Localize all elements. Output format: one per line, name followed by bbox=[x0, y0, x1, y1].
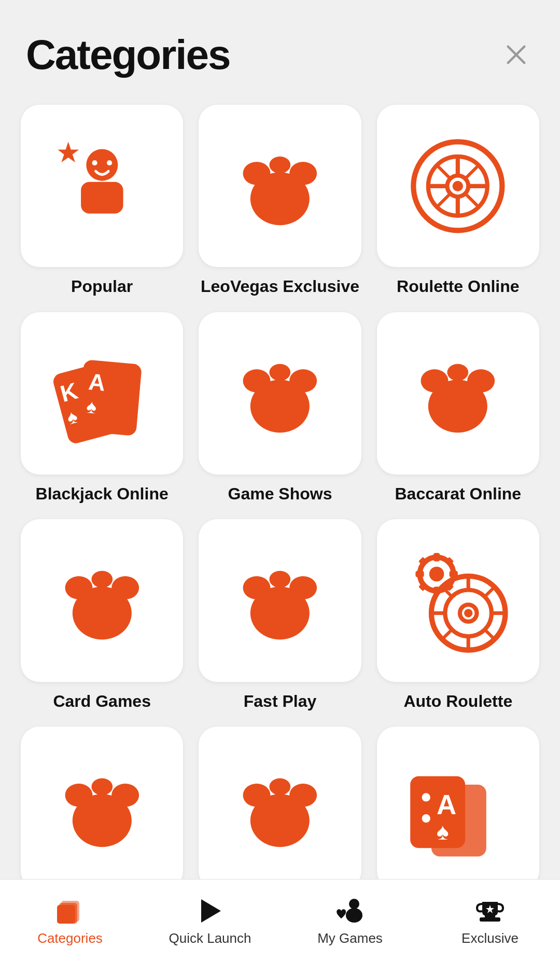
header: Categories bbox=[0, 0, 560, 94]
blackjack-online-icon: K ♠ A ♠ bbox=[49, 341, 155, 447]
category-item-real-dealer[interactable]: Real Dealer bbox=[199, 727, 361, 879]
bottom-nav: Categories Quick Launch My bbox=[0, 879, 560, 962]
svg-rect-52 bbox=[416, 571, 424, 577]
category-item-popular[interactable]: Popular bbox=[21, 105, 183, 297]
category-label-auto-roulette: Auto Roulette bbox=[403, 691, 512, 711]
svg-point-11 bbox=[243, 162, 271, 185]
svg-point-39 bbox=[447, 364, 469, 381]
svg-point-37 bbox=[421, 369, 449, 393]
categories-nav-icon bbox=[54, 895, 86, 926]
svg-text:♠: ♠ bbox=[86, 395, 97, 417]
svg-text:♠: ♠ bbox=[437, 818, 450, 844]
svg-point-8 bbox=[92, 160, 97, 165]
popular-icon bbox=[49, 133, 155, 239]
category-item-vip[interactable]: VIP bbox=[21, 727, 183, 879]
category-card-leovegas-exclusive bbox=[199, 105, 361, 267]
category-item-leovegas-exclusive[interactable]: LeoVegas Exclusive bbox=[199, 105, 361, 297]
play-icon bbox=[197, 897, 223, 925]
real-dealer-icon bbox=[227, 755, 333, 861]
svg-text:A: A bbox=[88, 368, 107, 396]
nav-label-exclusive: Exclusive bbox=[461, 930, 519, 946]
fast-play-icon bbox=[227, 548, 333, 653]
exclusive-nav-icon bbox=[474, 895, 506, 926]
nav-item-my-games[interactable]: My Games bbox=[280, 880, 420, 962]
svg-point-72 bbox=[111, 784, 139, 807]
category-label-card-games: Card Games bbox=[53, 691, 151, 711]
category-item-table-games[interactable]: A ♠ Table Games bbox=[377, 727, 539, 879]
category-label-roulette-online: Roulette Online bbox=[397, 276, 519, 296]
svg-point-69 bbox=[465, 609, 473, 617]
my-games-nav-icon bbox=[334, 895, 366, 926]
category-card-fast-play bbox=[199, 519, 361, 681]
category-label-baccarat-online: Baccarat Online bbox=[395, 484, 522, 504]
category-item-baccarat-online[interactable]: Baccarat Online bbox=[377, 312, 539, 504]
svg-line-66 bbox=[485, 630, 495, 639]
svg-point-45 bbox=[243, 576, 271, 599]
svg-point-41 bbox=[65, 576, 92, 599]
vip-icon bbox=[49, 755, 155, 861]
category-card-game-shows bbox=[199, 312, 361, 475]
category-label-fast-play: Fast Play bbox=[244, 691, 317, 711]
svg-point-47 bbox=[270, 571, 291, 588]
svg-rect-50 bbox=[433, 553, 440, 561]
trophy-icon bbox=[474, 897, 506, 925]
nav-item-quick-launch[interactable]: Quick Launch bbox=[140, 880, 280, 962]
svg-point-73 bbox=[91, 778, 113, 796]
category-item-game-shows[interactable]: Game Shows bbox=[199, 312, 361, 504]
svg-marker-87 bbox=[201, 899, 221, 923]
svg-point-42 bbox=[111, 576, 139, 599]
category-card-vip bbox=[21, 727, 183, 879]
svg-point-35 bbox=[270, 364, 291, 381]
svg-point-80 bbox=[422, 793, 430, 801]
svg-point-25 bbox=[453, 180, 463, 191]
page-container: Categories bbox=[0, 0, 560, 962]
svg-point-43 bbox=[91, 571, 113, 588]
svg-line-68 bbox=[442, 630, 452, 639]
quick-launch-nav-icon bbox=[194, 895, 226, 926]
category-card-auto-roulette bbox=[377, 519, 539, 681]
roulette-online-icon bbox=[405, 133, 511, 239]
svg-point-33 bbox=[243, 369, 271, 393]
category-item-blackjack-online[interactable]: K ♠ A ♠ Blackjack Online bbox=[21, 312, 183, 504]
table-games-icon: A ♠ bbox=[405, 755, 511, 861]
svg-marker-7 bbox=[58, 142, 79, 162]
svg-point-13 bbox=[270, 157, 291, 174]
game-shows-icon bbox=[227, 341, 333, 447]
leovegas-exclusive-icon bbox=[227, 133, 333, 239]
svg-point-34 bbox=[289, 369, 317, 393]
nav-item-categories[interactable]: Categories bbox=[0, 880, 140, 962]
svg-point-89 bbox=[346, 908, 362, 923]
category-label-blackjack-online: Blackjack Online bbox=[36, 484, 169, 504]
category-card-blackjack-online: K ♠ A ♠ bbox=[21, 312, 183, 475]
category-card-baccarat-online bbox=[377, 312, 539, 475]
svg-point-71 bbox=[65, 784, 92, 807]
svg-line-24 bbox=[437, 193, 451, 207]
category-label-game-shows: Game Shows bbox=[228, 484, 332, 504]
nav-item-exclusive[interactable]: Exclusive bbox=[420, 880, 560, 962]
categories-grid: Popular LeoVegas Exclusive bbox=[0, 94, 560, 879]
category-item-card-games[interactable]: Card Games bbox=[21, 519, 183, 711]
svg-text:A: A bbox=[437, 789, 457, 820]
svg-point-77 bbox=[270, 778, 291, 796]
category-card-card-games bbox=[21, 519, 183, 681]
baccarat-online-icon bbox=[405, 341, 511, 447]
svg-point-46 bbox=[289, 576, 317, 599]
category-card-popular bbox=[21, 105, 183, 267]
close-button[interactable] bbox=[498, 36, 534, 73]
svg-point-81 bbox=[422, 814, 430, 822]
auto-roulette-icon bbox=[405, 548, 511, 653]
svg-line-22 bbox=[466, 193, 479, 207]
category-item-fast-play[interactable]: Fast Play bbox=[199, 519, 361, 711]
svg-point-12 bbox=[289, 162, 317, 185]
svg-point-38 bbox=[468, 369, 495, 393]
svg-rect-86 bbox=[57, 905, 75, 924]
svg-point-2 bbox=[86, 149, 118, 180]
category-item-roulette-online[interactable]: Roulette Online bbox=[377, 105, 539, 297]
svg-point-75 bbox=[243, 784, 271, 807]
category-item-auto-roulette[interactable]: Auto Roulette bbox=[377, 519, 539, 711]
heart-person-icon bbox=[334, 897, 366, 925]
page-title: Categories bbox=[26, 31, 230, 79]
svg-rect-6 bbox=[81, 182, 123, 214]
category-card-real-dealer bbox=[199, 727, 361, 879]
svg-point-49 bbox=[429, 567, 444, 582]
